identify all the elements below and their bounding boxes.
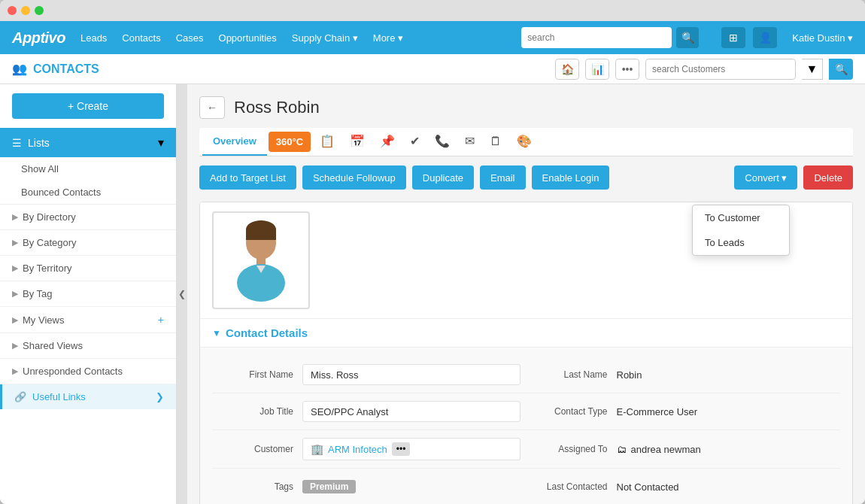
- convert-to-customer[interactable]: To Customer: [693, 205, 789, 230]
- sub-header: 👥 CONTACTS 🏠 📊 ••• ▼ 🔍: [0, 54, 865, 84]
- nav-profile-icon[interactable]: 👤: [753, 27, 777, 48]
- sub-header-actions: 🏠 📊 ••• ▼ 🔍: [555, 59, 853, 80]
- sub-header-title: 👥 CONTACTS: [12, 62, 99, 76]
- tab-360[interactable]: 360°C: [269, 132, 311, 152]
- first-name-label: First Name: [218, 369, 293, 380]
- nav-more[interactable]: More ▾: [373, 32, 403, 44]
- customer-search-button[interactable]: 🔍: [829, 59, 853, 80]
- chart-icon-btn[interactable]: 📊: [585, 59, 609, 80]
- nav-apps-icon[interactable]: ⊞: [721, 27, 745, 48]
- tab-phone-icon[interactable]: 📞: [427, 128, 457, 156]
- link-icon: 🔗: [14, 391, 26, 402]
- email-button[interactable]: Email: [480, 165, 526, 190]
- contact-avatar: [212, 211, 310, 309]
- contact-type-field: Contact Type E-Commerce User: [527, 393, 841, 430]
- sidebar-my-views[interactable]: ▶ My Views +: [0, 307, 176, 333]
- enable-login-button[interactable]: Enable Login: [532, 165, 610, 190]
- convert-to-leads[interactable]: To Leads: [693, 230, 789, 255]
- duplicate-button[interactable]: Duplicate: [412, 165, 474, 190]
- sidebar: + Create ☰ Lists ▾ Show All Bounced Cont…: [0, 84, 177, 504]
- close-btn[interactable]: [8, 6, 17, 15]
- arrow-icon: ▶: [12, 263, 18, 273]
- customer-search-input[interactable]: [645, 59, 796, 80]
- last-contacted-field: Last Contacted Not Contacted: [527, 469, 841, 504]
- nav-leads[interactable]: Leads: [80, 32, 107, 44]
- customer-label: Customer: [218, 444, 293, 454]
- job-title-value: SEO/PPC Analyst: [302, 401, 521, 422]
- contact-details-form: First Name Miss. Ross Last Name Robin Jo…: [200, 348, 852, 504]
- sidebar-by-territory[interactable]: ▶ By Territory: [0, 256, 176, 281]
- sidebar-collapse-handle[interactable]: ❮: [177, 84, 187, 504]
- sidebar-bounced-contacts[interactable]: Bounced Contacts: [0, 181, 176, 204]
- sidebar-lists-header[interactable]: ☰ Lists ▾: [0, 128, 176, 157]
- app-logo: Apptivo: [12, 29, 65, 47]
- tab-overview[interactable]: Overview: [202, 128, 267, 156]
- create-button[interactable]: + Create: [12, 93, 164, 119]
- last-name-value: Robin: [617, 366, 835, 384]
- avatar-svg: [223, 219, 299, 302]
- contacts-title: CONTACTS: [33, 62, 99, 76]
- delete-button[interactable]: Delete: [803, 165, 853, 190]
- add-target-list-button[interactable]: Add to Target List: [199, 165, 296, 190]
- customer-field: Customer 🏢 ARM Infotech •••: [212, 430, 527, 469]
- convert-button[interactable]: Convert ▾: [734, 165, 797, 190]
- svg-rect-2: [246, 229, 276, 240]
- arrow-icon: ▶: [12, 212, 18, 222]
- nav-user-menu[interactable]: Katie Dustin ▾: [792, 32, 853, 44]
- assigned-to-field: Assigned To 🗂 andrea newman: [527, 430, 841, 469]
- nav-opportunities[interactable]: Opportunities: [219, 32, 277, 44]
- last-name-field: Last Name Robin: [527, 357, 841, 393]
- tab-palette-icon[interactable]: 🎨: [509, 128, 539, 156]
- back-button[interactable]: ←: [199, 96, 225, 119]
- tags-value: Premium: [302, 476, 521, 497]
- sidebar-show-all[interactable]: Show All: [0, 157, 176, 181]
- assigned-to-label: Assigned To: [533, 444, 608, 454]
- last-contacted-value: Not Contacted: [617, 478, 835, 496]
- maximize-btn[interactable]: [35, 6, 44, 15]
- first-name-value: Miss. Ross: [302, 364, 521, 385]
- contacts-icon: 👥: [12, 62, 27, 76]
- nav-supply-chain[interactable]: Supply Chain ▾: [292, 32, 358, 44]
- more-icon-btn[interactable]: •••: [615, 59, 639, 80]
- sidebar-shared-views[interactable]: ▶ Shared Views: [0, 333, 176, 359]
- sidebar-useful-links[interactable]: 🔗 Useful Links ❯: [0, 384, 176, 409]
- customer-icon: 🏢: [311, 443, 323, 455]
- nav-search-button[interactable]: 🔍: [676, 27, 699, 48]
- sidebar-by-category[interactable]: ▶ By Category: [0, 230, 176, 256]
- home-icon-btn[interactable]: 🏠: [555, 59, 579, 80]
- nav-contacts[interactable]: Contacts: [122, 32, 160, 44]
- tab-pin-icon[interactable]: 📌: [372, 128, 402, 156]
- schedule-followup-button[interactable]: Schedule Followup: [302, 165, 406, 190]
- customer-value: 🏢 ARM Infotech •••: [302, 438, 521, 460]
- tab-email-icon[interactable]: ✉: [457, 128, 482, 156]
- sidebar-by-directory[interactable]: ▶ By Directory: [0, 205, 176, 230]
- tab-calendar-icon[interactable]: 📅: [342, 128, 372, 156]
- tab-notes-icon[interactable]: 🗒: [482, 129, 509, 156]
- contact-header: ← Ross Robin: [199, 96, 853, 119]
- detail-area: ← Ross Robin Overview 360°C 📋 📅 📌 ✔ 📞 ✉ …: [187, 84, 865, 504]
- nav-search-area: 🔍: [521, 27, 699, 48]
- top-nav: Apptivo Leads Contacts Cases Opportuniti…: [0, 21, 865, 54]
- sidebar-lists-section: ☰ Lists ▾ Show All Bounced Contacts: [0, 128, 176, 205]
- sidebar-unresponded-contacts[interactable]: ▶ Unresponded Contacts: [0, 359, 176, 384]
- tab-check-icon[interactable]: ✔: [402, 128, 427, 156]
- section-toggle-icon[interactable]: ▼: [212, 328, 221, 339]
- customer-ellipsis-button[interactable]: •••: [392, 442, 411, 456]
- assigned-to-value: andrea newman: [631, 440, 835, 459]
- contact-type-value: E-Commerce User: [617, 402, 835, 421]
- nav-search-input[interactable]: [521, 27, 672, 48]
- customer-link[interactable]: ARM Infotech: [328, 444, 387, 455]
- lists-arrow: ▾: [158, 135, 164, 150]
- add-view-icon[interactable]: +: [158, 314, 164, 326]
- arrow-icon: ▶: [12, 289, 18, 299]
- first-name-field: First Name Miss. Ross: [212, 357, 527, 393]
- title-bar: [0, 0, 865, 21]
- useful-links-label: Useful Links: [32, 391, 86, 402]
- sidebar-my-views-label: My Views: [23, 314, 64, 326]
- sidebar-by-tag[interactable]: ▶ By Tag: [0, 281, 176, 307]
- search-dropdown-btn[interactable]: ▼: [802, 59, 823, 80]
- tab-doc-icon[interactable]: 📋: [312, 128, 342, 156]
- minimize-btn[interactable]: [21, 6, 30, 15]
- main-content: + Create ☰ Lists ▾ Show All Bounced Cont…: [0, 84, 865, 504]
- nav-cases[interactable]: Cases: [176, 32, 204, 44]
